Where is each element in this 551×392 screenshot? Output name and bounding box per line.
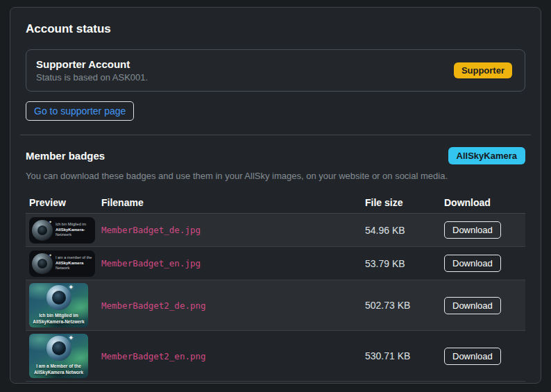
member-badges-description: You can download these badges and use th… bbox=[26, 171, 525, 181]
download-cell: Download bbox=[441, 348, 525, 365]
sparkle-icon: ✦ bbox=[68, 284, 74, 291]
download-button[interactable]: Download bbox=[444, 255, 501, 272]
download-cell: Download bbox=[441, 297, 525, 314]
column-header-filesize: File size bbox=[362, 197, 441, 208]
supporter-status-badge: Supporter bbox=[454, 62, 512, 78]
page: { "colors": { "page_bg": "#1a1d20", "car… bbox=[0, 0, 551, 392]
supporter-account-title: Supporter Account bbox=[36, 58, 148, 70]
badge-preview-image: ✦ I am a Member of the AllSkyKamera Netw… bbox=[29, 334, 88, 378]
filesize-text: 54.96 KB bbox=[362, 225, 441, 236]
badge-preview-image: ✦ Ich bin Mitglied im AllSkyKamera- Netz… bbox=[29, 217, 95, 244]
sparkle-icon: ✦ bbox=[68, 335, 74, 341]
filename-text: MemberBadget2_de.png bbox=[98, 300, 362, 311]
badge-preview-text: I am a member of the AllSkyKamera Networ… bbox=[56, 255, 92, 271]
supporter-account-text: Supporter Account Status is based on ASK… bbox=[36, 58, 148, 83]
table-row: ✦ Ich bin Mitglied im AllSkyKamera-Netzw… bbox=[26, 280, 525, 331]
filesize-text: 53.79 KB bbox=[362, 258, 441, 269]
preview-cell: ✦ Ich bin Mitglied im AllSkyKamera- Netz… bbox=[26, 217, 98, 244]
camera-dome-graphic: ✦ bbox=[32, 220, 53, 241]
preview-cell: ✦ I am a member of the AllSkyKamera Netw… bbox=[26, 250, 98, 277]
download-button[interactable]: Download bbox=[444, 221, 501, 239]
table-row: ✦ Ich bin Mitglied im AllSkyKamera- Netz… bbox=[26, 214, 525, 247]
supporter-account-subtitle: Status is based on ASK001. bbox=[36, 72, 148, 83]
table-header-row: Preview Filename File size Download bbox=[26, 192, 525, 214]
badge-preview-text: I am a Member of the AllSkyKamera Networ… bbox=[29, 364, 88, 376]
account-status-card: Account status Supporter Account Status … bbox=[10, 7, 541, 384]
column-header-download: Download bbox=[441, 197, 525, 208]
preview-cell: ✦ I am a Member of the AllSkyKamera Netw… bbox=[26, 334, 98, 378]
download-cell: Download bbox=[441, 255, 525, 272]
badges-table: Preview Filename File size Download ✦ Ic… bbox=[26, 192, 525, 382]
column-header-preview: Preview bbox=[26, 197, 98, 208]
badge-preview-image: ✦ I am a member of the AllSkyKamera Netw… bbox=[29, 250, 95, 277]
supporter-account-box: Supporter Account Status is based on ASK… bbox=[26, 49, 525, 92]
section-divider bbox=[20, 135, 531, 135]
go-to-supporter-page-button[interactable]: Go to supporter page bbox=[26, 101, 134, 121]
sparkle-icon: ✦ bbox=[49, 220, 52, 224]
filename-text: MemberBadget_de.jpg bbox=[98, 225, 362, 235]
filesize-text: 502.73 KB bbox=[362, 300, 441, 311]
preview-cell: ✦ Ich bin Mitglied im AllSkyKamera-Netzw… bbox=[26, 283, 98, 327]
member-badges-title: Member badges bbox=[26, 150, 105, 162]
filename-text: MemberBadget_en.jpg bbox=[98, 258, 362, 269]
badge-preview-image: ✦ Ich bin Mitglied im AllSkyKamera-Netzw… bbox=[29, 283, 88, 327]
member-badges-header: Member badges AllSkyKamera bbox=[26, 147, 525, 164]
badge-preview-text: Ich bin Mitglied im AllSkyKamera- Netzwe… bbox=[56, 222, 86, 237]
download-cell: Download bbox=[441, 221, 525, 239]
camera-dome-graphic: ✦ bbox=[32, 253, 53, 274]
sparkle-icon: ✦ bbox=[49, 253, 52, 257]
download-button[interactable]: Download bbox=[444, 348, 501, 365]
filename-text: MemberBadget2_en.png bbox=[98, 351, 362, 361]
column-header-filename: Filename bbox=[98, 197, 362, 208]
table-row: ✦ I am a Member of the AllSkyKamera Netw… bbox=[26, 331, 525, 382]
filesize-text: 530.71 KB bbox=[362, 350, 441, 361]
table-row: ✦ I am a member of the AllSkyKamera Netw… bbox=[26, 247, 525, 280]
badge-preview-text: Ich bin Mitglied im AllSkyKamera-Netzwer… bbox=[29, 313, 88, 325]
allskykamera-badge: AllSkyKamera bbox=[448, 147, 525, 164]
download-button[interactable]: Download bbox=[444, 297, 501, 314]
page-title: Account status bbox=[26, 22, 525, 36]
